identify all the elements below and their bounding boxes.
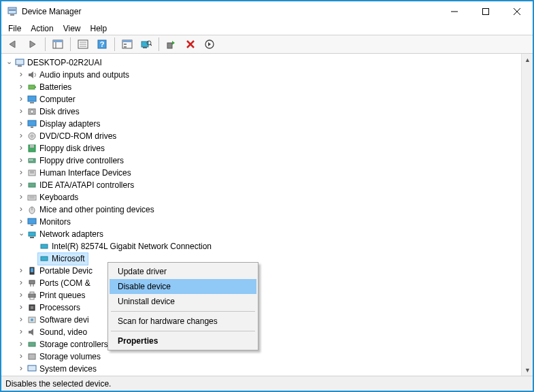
root-label: DESKTOP-02R2UAI	[27, 56, 102, 69]
svg-rect-38	[31, 127, 33, 128]
menu-help[interactable]: Help	[90, 24, 107, 33]
ctx-separator	[111, 331, 255, 331]
expand-icon[interactable]	[16, 363, 26, 375]
expand-icon[interactable]	[16, 338, 26, 350]
toolbar-separator	[70, 37, 71, 51]
expand-icon[interactable]	[16, 142, 26, 154]
minimize-button[interactable]	[439, 1, 470, 22]
disk-icon	[27, 106, 37, 117]
tree-category[interactable]: Storage controllers	[4, 338, 521, 350]
expand-icon[interactable]	[16, 326, 26, 338]
tree-category[interactable]: Portable Devic	[4, 265, 521, 277]
expand-icon[interactable]	[16, 314, 26, 326]
expand-icon[interactable]	[16, 69, 26, 81]
menu-file[interactable]: File	[8, 24, 21, 33]
tree-category[interactable]: Software devi	[4, 314, 521, 326]
svg-rect-60	[41, 257, 48, 261]
svg-rect-66	[29, 294, 35, 297]
device-item-selected[interactable]: Microsoft	[4, 252, 521, 265]
svg-rect-59	[41, 244, 48, 248]
legacy-view-button[interactable]	[119, 37, 135, 52]
expand-icon[interactable]	[16, 277, 26, 289]
svg-rect-1	[9, 9, 16, 10]
tree-category[interactable]: Audio inputs and outputs	[4, 69, 521, 81]
expand-icon[interactable]	[16, 301, 26, 314]
expand-icon[interactable]	[16, 167, 26, 179]
ctx-update-driver[interactable]: Update driver	[110, 264, 256, 279]
disable-device-button[interactable]	[201, 37, 218, 52]
expand-icon[interactable]	[16, 179, 26, 191]
device-tree[interactable]: DESKTOP-02R2UAI Audio inputs and outputs…	[1, 54, 521, 376]
back-button[interactable]	[5, 37, 22, 52]
svg-rect-70	[31, 306, 33, 309]
tree-category-network[interactable]: Network adapters	[4, 228, 521, 240]
svg-rect-68	[30, 297, 34, 299]
expand-icon[interactable]	[16, 289, 26, 301]
ctx-properties[interactable]: Properties	[110, 333, 256, 348]
expand-icon[interactable]	[16, 105, 26, 118]
expand-icon[interactable]	[16, 265, 26, 277]
app-icon	[7, 6, 18, 17]
expand-icon[interactable]	[16, 350, 26, 363]
status-text: Disables the selected device.	[5, 379, 111, 389]
tree-category[interactable]: Human Interface Devices	[4, 167, 521, 179]
expand-icon[interactable]	[16, 203, 26, 216]
content-area: DESKTOP-02R2UAI Audio inputs and outputs…	[1, 54, 533, 376]
context-menu: Update driver Disable device Uninstall d…	[107, 262, 258, 350]
properties-button[interactable]	[75, 37, 91, 52]
scroll-down-button[interactable]: ▼	[522, 364, 533, 376]
expand-icon[interactable]	[4, 56, 14, 69]
svg-rect-25	[167, 43, 172, 48]
tree-category[interactable]: IDE ATA/ATAPI controllers	[4, 179, 521, 191]
tree-category[interactable]: Sound, video	[4, 326, 521, 338]
expand-icon[interactable]	[16, 93, 26, 105]
tree-category[interactable]: Mice and other pointing devices	[4, 203, 521, 216]
tree-category[interactable]: Monitors	[4, 216, 521, 228]
scroll-up-button[interactable]: ▲	[522, 54, 533, 65]
svg-rect-3	[10, 14, 14, 16]
ctx-uninstall-device[interactable]: Uninstall device	[110, 294, 256, 309]
enable-device-button[interactable]	[163, 37, 180, 52]
expand-icon[interactable]	[16, 154, 26, 167]
menu-action[interactable]: Action	[31, 24, 53, 33]
expand-icon[interactable]	[16, 130, 26, 142]
tree-category[interactable]: Keyboards	[4, 191, 521, 203]
tree-category[interactable]: System devices	[4, 363, 521, 375]
tree-category[interactable]: Floppy drive controllers	[4, 154, 521, 167]
svg-rect-29	[16, 59, 24, 65]
svg-rect-32	[35, 86, 36, 88]
tree-category[interactable]: Storage volumes	[4, 350, 521, 363]
tree-category[interactable]: Computer	[4, 93, 521, 105]
scan-hardware-button[interactable]	[138, 37, 154, 52]
svg-rect-22	[143, 47, 147, 48]
tree-category[interactable]: Display adapters	[4, 118, 521, 130]
svg-rect-37	[28, 120, 36, 126]
device-item[interactable]: Intel(R) 82574L Gigabit Network Connecti…	[4, 240, 521, 252]
help-button[interactable]: ?	[94, 37, 110, 52]
expand-icon[interactable]	[16, 81, 26, 93]
uninstall-button[interactable]	[182, 37, 199, 52]
expand-icon[interactable]	[16, 191, 26, 203]
tree-root[interactable]: DESKTOP-02R2UAI	[4, 56, 521, 69]
vertical-scrollbar[interactable]: ▲ ▼	[521, 54, 533, 376]
maximize-button[interactable]	[470, 1, 501, 22]
tree-category[interactable]: Print queues	[4, 289, 521, 301]
expand-icon[interactable]	[16, 118, 26, 130]
toolbar-separator	[158, 37, 159, 51]
tree-category[interactable]: DVD/CD-ROM drives	[4, 130, 521, 142]
tree-category[interactable]: Processors	[4, 301, 521, 314]
menu-view[interactable]: View	[63, 24, 81, 33]
ctx-scan-hardware[interactable]: Scan for hardware changes	[110, 314, 256, 329]
show-hide-tree-button[interactable]	[50, 37, 66, 52]
svg-rect-45	[31, 159, 33, 161]
tree-category[interactable]: Floppy disk drives	[4, 142, 521, 154]
expand-icon[interactable]	[16, 228, 26, 240]
tree-category[interactable]: Ports (COM &	[4, 277, 521, 289]
ctx-disable-device[interactable]: Disable device	[110, 279, 256, 294]
close-button[interactable]	[501, 1, 533, 22]
svg-rect-10	[53, 40, 63, 42]
forward-button[interactable]	[24, 37, 41, 52]
network-adapter-icon	[39, 253, 50, 264]
tree-category[interactable]: Batteries	[4, 81, 521, 93]
tree-category[interactable]: Disk drives	[4, 105, 521, 118]
